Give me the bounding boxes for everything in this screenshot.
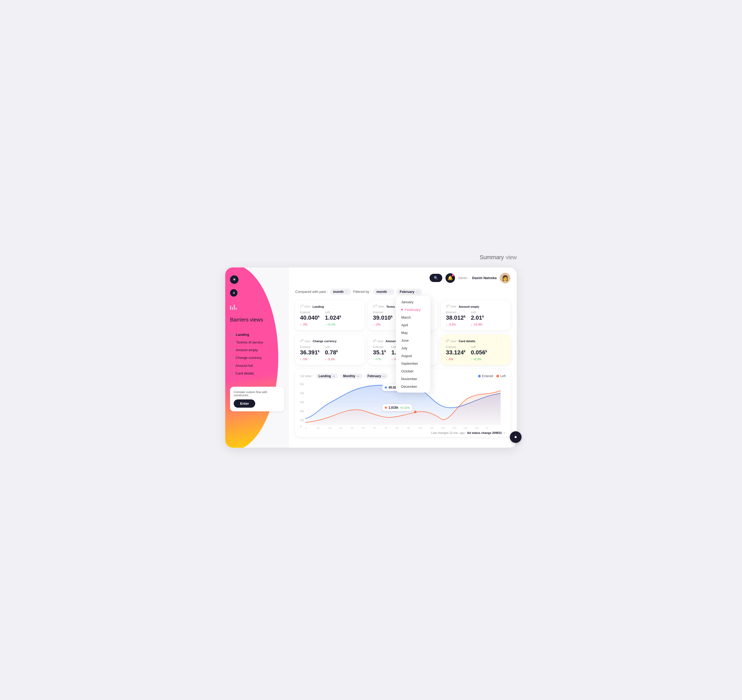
svg-text:8th: 8th — [396, 427, 399, 429]
chart-footer-link[interactable]: Ad status change 209831 → — [467, 431, 506, 435]
arrow-icon-4: → — [332, 374, 335, 378]
svg-text:40k: 40k — [300, 392, 304, 395]
dropdown-item-june[interactable]: June — [396, 337, 430, 344]
stat-row-3: Entered 38.012k ↓ -3.2% Left 2.01k ↓ -13… — [446, 311, 506, 326]
promo-text: Crereate custom flow with constructor. — [234, 391, 280, 397]
entered-value-3: 38.012k — [446, 314, 465, 321]
svg-text:6th: 6th — [373, 427, 376, 429]
svg-text:5th: 5th — [362, 427, 365, 429]
stat-entered-6: Entered 33.124k ↓ -5% — [446, 345, 465, 361]
chart-period[interactable]: Monthly → — [340, 373, 362, 379]
sidebar-item-amount-full[interactable]: 5th : Amount full — [230, 363, 284, 368]
entered-value-6: 33.124k — [446, 349, 465, 356]
dropdown-item-september[interactable]: September — [396, 360, 430, 367]
arrow-icon-2: → — [388, 290, 391, 293]
svg-text:2nd: 2nd — [328, 427, 331, 429]
dropdown-item-may[interactable]: May — [396, 329, 430, 337]
enter-button[interactable]: Enter — [234, 399, 255, 408]
stat-card-title-4: 4th view : Change currency — [300, 339, 359, 343]
svg-text:11th: 11th — [430, 427, 434, 429]
entered-label-1: Entered — [300, 311, 319, 314]
chart-month[interactable]: February → — [365, 373, 388, 379]
arrow-icon-3: → — [415, 290, 419, 293]
left-change-6: ↑ +2.3% — [471, 358, 487, 361]
sidebar-item-landing[interactable]: 1st : Landing — [230, 332, 284, 337]
chart-view-num: 1st view : — [300, 374, 313, 378]
svg-text:30k: 30k — [300, 401, 304, 404]
month-filter[interactable]: February → — [396, 289, 422, 295]
compared-filter[interactable]: month → — [330, 289, 351, 295]
left-label-3: Left — [471, 311, 484, 314]
stat-entered-1: Entered 40.040k ↓ -2% — [300, 311, 319, 326]
main-card: ☀ ⏸ Barriers views Standard flow 1st : L… — [225, 267, 517, 448]
dropdown-item-december[interactable]: December — [396, 383, 430, 391]
dropdown-item-october[interactable]: October — [396, 367, 430, 375]
stat-row-1: Entered 40.040k ↓ -2% Left 1.024k ↑ +0.2… — [300, 311, 359, 326]
entered-label-6: Entered — [446, 345, 465, 349]
left-change-3: ↓ -13.4% — [471, 323, 484, 326]
entered-value-2: 39.010k — [373, 314, 393, 321]
sidebar-item-change-currency[interactable]: 4th : Change currency — [230, 355, 284, 361]
sidebar-item-terms[interactable]: 2nd : Torems of service — [230, 339, 284, 345]
svg-text:13th: 13th — [452, 427, 456, 429]
dropdown-item-november[interactable]: November — [396, 375, 430, 383]
dropdown-item-april[interactable]: April — [396, 321, 430, 329]
filtered-filter[interactable]: month → — [373, 289, 394, 295]
entered-change-6: ↓ -5% — [446, 358, 465, 361]
svg-text:20k: 20k — [300, 410, 304, 413]
legend-entered: Entered — [478, 374, 493, 378]
left-label-6: Left — [471, 345, 487, 349]
logo-icon: ☀ — [230, 276, 238, 284]
svg-text:1st: 1st — [317, 427, 319, 429]
sidebar-promo: Crereate custom flow with constructor. E… — [230, 387, 284, 411]
sidebar-item-card-details[interactable]: 6th : Card details — [230, 371, 284, 376]
dropdown-item-january[interactable]: January — [396, 298, 430, 306]
search-bar[interactable]: 🔍 — [430, 274, 442, 282]
entered-change-4: ↓ -1% — [300, 358, 319, 361]
svg-text:50k: 50k — [300, 383, 304, 386]
admin-name: Daxim Nainska — [472, 276, 497, 280]
sidebar-item-amount-empty[interactable]: 3rd : Amount empty — [230, 347, 284, 353]
audio-bar-2 — [232, 307, 233, 310]
dropdown-item-march[interactable]: March — [396, 314, 430, 321]
stat-card-card-details: 6th view : Card details Entered 33.124k … — [441, 335, 510, 365]
entered-change-2: ↓ -2% — [373, 323, 393, 326]
left-label-4: Left — [325, 345, 338, 349]
stat-row-4: Entered 36.391k ↓ -1% Left 0.78k ↓ -3.1% — [300, 345, 359, 361]
stat-card-title-6: 6th view : Card details — [446, 339, 506, 343]
entered-label-3: Entered — [446, 311, 465, 314]
standard-flow-label: Standard flow — [230, 324, 284, 328]
float-button[interactable]: ● — [510, 431, 521, 443]
svg-text:10k: 10k — [300, 419, 304, 422]
legend-dot-left — [496, 375, 499, 377]
entered-value-1: 40.040k — [300, 314, 319, 321]
stat-entered-5: Entered 35.1k ↑ +7% — [373, 345, 386, 361]
chart-view-name[interactable]: Landing → — [316, 373, 338, 379]
dropdown-item-july[interactable]: July — [396, 344, 430, 352]
chart-left-dot — [414, 411, 417, 413]
stat-left-4: Left 0.78k ↓ -3.1% — [325, 345, 338, 361]
entered-value-5: 35.1k — [373, 349, 386, 356]
audio-bars — [230, 305, 284, 310]
barriers-title: Barriers views — [230, 315, 284, 323]
left-value-6: 0.056k — [471, 349, 487, 356]
svg-text:0: 0 — [300, 425, 302, 428]
filtered-label: Filtered by : — [353, 290, 371, 294]
sidebar: ☀ ⏸ Barriers views Standard flow 1st : L… — [225, 267, 289, 448]
entered-label-2: Entered — [373, 311, 393, 314]
dropdown-item-august[interactable]: August — [396, 352, 430, 360]
stat-card-title-1: 1st view : Landing — [300, 304, 359, 308]
chart-footer: Last changes 32 min. ago : Ad status cha… — [300, 431, 506, 435]
pause-button[interactable]: ⏸ — [230, 289, 237, 296]
svg-text:10th: 10th — [418, 427, 423, 429]
stat-card-title-3: 3rd view : Amount empty — [446, 304, 506, 308]
stat-card-amount-empty: 3rd view : Amount empty Entered 38.012k … — [441, 300, 510, 330]
legend-dot-entered — [478, 375, 481, 377]
dropdown-item-february[interactable]: Feobruary — [396, 306, 430, 314]
left-value-1: 1.024k — [325, 314, 341, 321]
stat-left-1: Left 1.024k ↑ +0.2% — [325, 311, 341, 326]
notification-button[interactable]: 🔔 — [446, 273, 455, 283]
left-label-1: Left — [325, 311, 341, 314]
audio-bar-3 — [234, 305, 235, 310]
stat-entered-2: Entered 39.010k ↓ -2% — [373, 311, 393, 326]
